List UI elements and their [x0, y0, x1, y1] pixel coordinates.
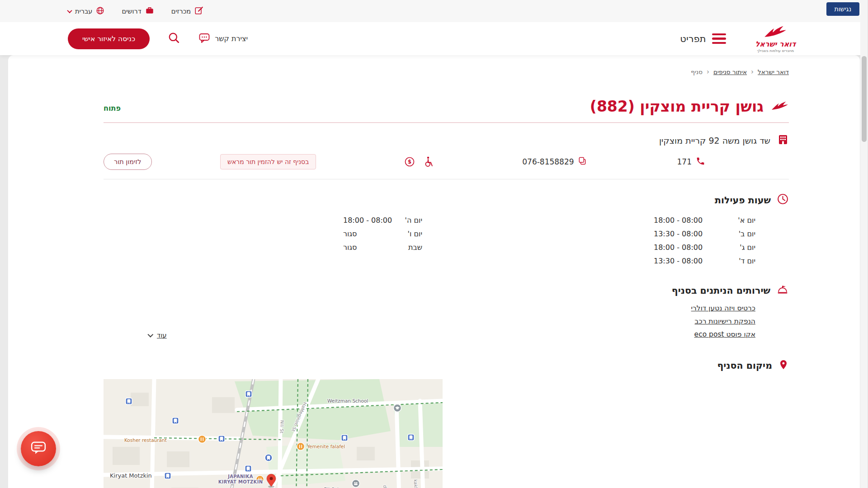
copy-icon[interactable] — [578, 156, 587, 167]
title-wrap: גושן קריית מוצקין (882) — [590, 98, 789, 115]
hours-column-thu-sat: יום ה'08:00 - 18:00 יום ו'סגור שבתסגור — [343, 215, 422, 266]
hours-row: יום ד'08:00 - 13:30 — [654, 256, 755, 266]
day-label: יום ב' — [739, 229, 755, 239]
hours-grid: יום א'08:00 - 18:00 יום ב'08:00 - 13:30 … — [104, 215, 789, 266]
branch-map[interactable]: Weitzman School Kosher restaurant Yemeni… — [104, 379, 443, 488]
chevron-down-icon — [147, 332, 153, 338]
services-section-header: שירותים הניתנים בסניף — [104, 283, 789, 298]
hours-column-sun-wed: יום א'08:00 - 18:00 יום ב'08:00 - 13:30 … — [654, 215, 755, 266]
tenders-label: מכרזים — [171, 8, 191, 15]
day-label: יום ה' — [405, 215, 423, 225]
topbar-links: מכרזים דרושים עברית — [68, 0, 203, 22]
hours-row: יום ה'08:00 - 18:00 — [343, 215, 422, 225]
jobs-link[interactable]: דרושים — [122, 6, 154, 16]
day-hours: סגור — [343, 229, 357, 239]
accessibility-button[interactable]: נגישות — [826, 2, 859, 16]
hours-row: יום ג'08:00 - 18:00 — [654, 242, 755, 253]
tenders-link[interactable]: מכרזים — [171, 6, 204, 16]
wheelchair-accessible-icon — [422, 156, 434, 168]
language-selector[interactable]: עברית — [68, 6, 104, 16]
hours-row: שבתסגור — [343, 242, 422, 253]
menu-button[interactable]: תפריט — [677, 33, 729, 45]
chat-widget-button[interactable] — [21, 431, 56, 466]
map-canvas — [104, 379, 443, 488]
appointment-note-badge: בסניף זה יש להזמין תור מראש — [220, 154, 316, 169]
services-title: שירותים הניתנים בסניף — [672, 285, 770, 296]
building-icon — [777, 134, 789, 147]
scrollbar-thumb[interactable] — [862, 56, 867, 142]
branch-title-section: גושן קריית מוצקין (882) פתוח — [104, 98, 789, 123]
more-expander[interactable]: עוד — [149, 331, 167, 339]
menu-label: תפריט — [680, 33, 706, 44]
breadcrumb-current: סניף — [691, 68, 703, 75]
service-link-vehicle-license[interactable]: הנפקת רישיונות רכב — [695, 316, 755, 326]
book-appointment-button[interactable]: לזימון תור — [104, 154, 152, 170]
logo-tagline: מחברים עולמות בשבילך — [757, 49, 794, 53]
hamburger-icon — [712, 33, 726, 44]
israel-post-logo[interactable]: דואר ישראל מחברים עולמות בשבילך — [755, 25, 796, 53]
phone-short: 171 — [677, 157, 692, 166]
phone-group[interactable]: 171 — [677, 156, 705, 168]
status-badge: פתוח — [104, 104, 121, 113]
chat-icon — [30, 441, 47, 457]
hours-section-header: שעות פעילות — [104, 193, 789, 207]
contact-label: יצירת קשר — [215, 34, 248, 43]
address-row: שד גושן משה 92 קריית מוצקין — [104, 134, 789, 147]
hours-row: יום ב'08:00 - 13:30 — [654, 229, 755, 239]
clock-icon — [777, 193, 789, 207]
breadcrumb-home[interactable]: דואר ישראל — [758, 68, 789, 75]
header: דואר ישראל מחברים עולמות בשבילך תפריט יצ… — [0, 22, 868, 55]
topbar: מכרזים דרושים עברית נגישות — [0, 0, 868, 22]
dollar-services-icon: $ — [404, 156, 415, 167]
search-icon — [168, 39, 180, 46]
day-label: יום ג' — [740, 242, 755, 253]
location-pin-icon — [778, 358, 789, 373]
svg-text:$: $ — [408, 159, 411, 165]
day-hours: 08:00 - 18:00 — [343, 215, 392, 225]
day-hours: 08:00 - 18:00 — [654, 215, 703, 225]
logo-deer-icon — [762, 25, 788, 40]
more-label: עוד — [157, 331, 167, 339]
day-label: יום ו' — [408, 229, 422, 239]
phone-icon — [696, 156, 705, 168]
services-links: כרטיס ויזה נטען דולרי הנפקת רישיונות רכב… — [104, 303, 789, 339]
services-section: שירותים הניתנים בסניף כרטיס ויזה נטען דו… — [104, 283, 789, 339]
day-label: שבת — [408, 242, 422, 253]
main-card: דואר ישראל ‹ איתור סניפים ‹ סניף גושן קר… — [8, 55, 860, 488]
briefcase-icon — [145, 6, 154, 16]
globe-icon — [96, 6, 104, 16]
service-link-eco-post[interactable]: אקו פוסט eco post — [694, 329, 755, 339]
branch-page: { "topbar": { "accessibility_label": "נג… — [0, 0, 868, 488]
phone-number: 076-8158829 — [522, 157, 574, 166]
day-label: יום א' — [738, 215, 755, 225]
search-button[interactable] — [168, 32, 180, 46]
phone-number-group: 076-8158829 — [522, 156, 586, 167]
tender-edit-icon — [194, 6, 203, 16]
scrollbar-track[interactable] — [860, 0, 868, 488]
details-row: 171 076-8158829 $ בסניף זה יש להזמין תור… — [104, 154, 789, 170]
logo-title: דואר ישראל — [755, 41, 796, 48]
day-label: יום ד' — [739, 256, 755, 266]
breadcrumb-separator: ‹ — [751, 68, 754, 76]
chevron-down-icon — [67, 8, 72, 13]
day-hours: 08:00 - 18:00 — [654, 242, 703, 253]
day-hours: סגור — [343, 242, 357, 253]
day-hours: 08:00 - 13:30 — [654, 256, 703, 266]
day-hours: 08:00 - 13:30 — [654, 229, 703, 239]
language-label: עברית — [75, 8, 92, 15]
service-link-visa[interactable]: כרטיס ויזה נטען דולרי — [691, 303, 755, 313]
breadcrumb-branch-locator[interactable]: איתור סניפים — [713, 68, 747, 75]
chat-bubble-icon — [198, 32, 210, 46]
hours-row: יום א'08:00 - 18:00 — [654, 215, 755, 225]
content: דואר ישראל ‹ איתור סניפים ‹ סניף גושן קר… — [104, 55, 789, 488]
breadcrumb-separator: ‹ — [707, 68, 709, 76]
jobs-label: דרושים — [122, 8, 141, 15]
location-title: מיקום הסניף — [717, 360, 772, 371]
post-emblem-icon — [771, 100, 789, 113]
service-desk-icon — [776, 283, 789, 298]
header-right: דואר ישראל מחברים עולמות בשבילך תפריט — [677, 25, 796, 53]
contact-link[interactable]: יצירת קשר — [198, 32, 248, 46]
login-button[interactable]: כניסה לאיזור אישי — [68, 28, 150, 49]
divider — [104, 179, 789, 179]
branch-address: שד גושן משה 92 קריית מוצקין — [659, 136, 770, 145]
